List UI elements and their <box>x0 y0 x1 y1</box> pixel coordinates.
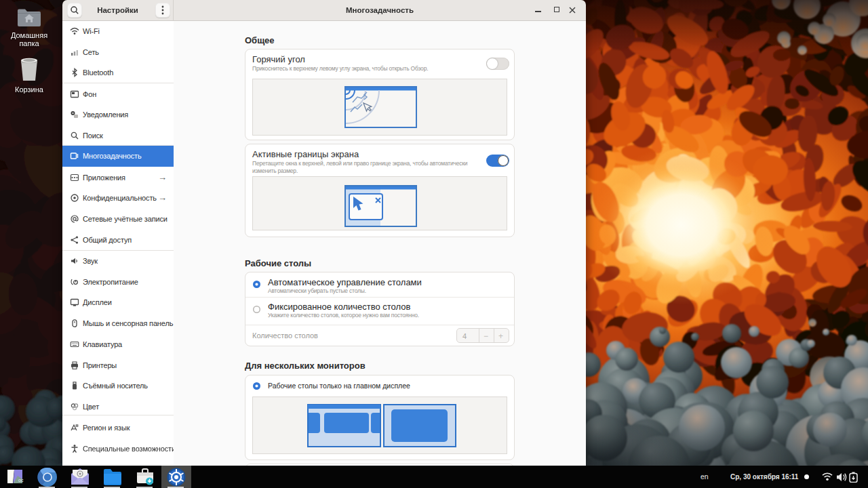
svg-text:oc: oc <box>18 478 24 483</box>
